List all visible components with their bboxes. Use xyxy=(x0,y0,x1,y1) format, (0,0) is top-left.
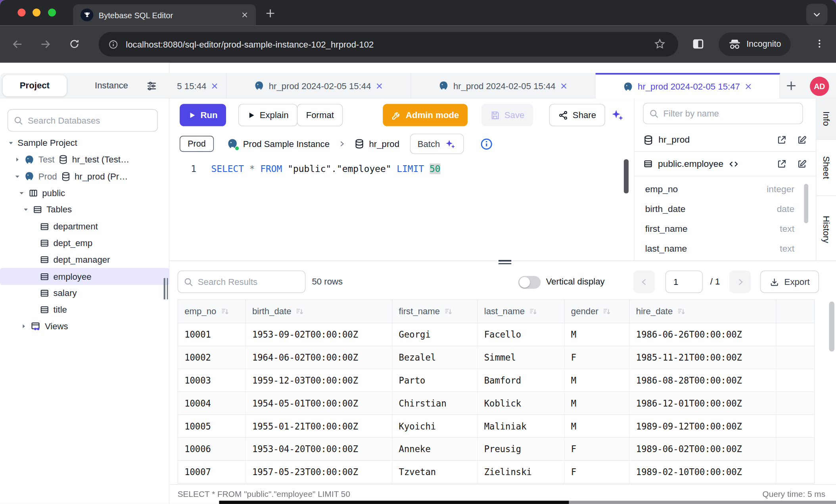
column-header[interactable]: gender xyxy=(565,300,630,323)
tree-item-tables-group[interactable]: Tables xyxy=(0,201,170,218)
table-cell[interactable]: 1986-12-01T00:00:00Z xyxy=(630,392,777,414)
admin-mode-button[interactable]: Admin mode xyxy=(383,104,468,126)
format-button[interactable]: Format xyxy=(297,104,343,126)
export-button[interactable]: Export xyxy=(760,271,819,293)
editor-tab-1[interactable]: 5 15:44 xyxy=(170,73,227,99)
table-cell[interactable]: 1986-08-28T00:00:00Z xyxy=(630,369,777,391)
caret-down-icon[interactable] xyxy=(22,207,29,213)
schema-filter[interactable] xyxy=(643,103,803,124)
tree-item-title[interactable]: title xyxy=(0,302,170,318)
new-editor-tab-button[interactable] xyxy=(785,79,798,92)
table-cell[interactable]: 1953-09-02T00:00:00Z xyxy=(246,323,393,346)
tree-item-salary[interactable]: salary xyxy=(0,285,170,302)
table-cell[interactable]: M xyxy=(565,392,630,414)
instance-breadcrumb[interactable]: Prod Sample Instance xyxy=(226,138,330,150)
window-minimize-button[interactable] xyxy=(33,9,40,17)
table-cell[interactable]: 1957-05-23T00:00:00Z xyxy=(246,461,393,483)
table-cell[interactable]: 1955-01-21T00:00:00Z xyxy=(246,415,393,437)
bookmark-star-icon[interactable] xyxy=(654,38,666,50)
sql-editor[interactable]: 1 SELECT * FROM "public"."employee" LIMI… xyxy=(170,156,634,261)
bottom-scrollbar-thumb[interactable] xyxy=(219,501,569,504)
table-cell[interactable]: 1989-02-10T00:00:00Z xyxy=(630,461,777,483)
table-cell[interactable]: 1986-06-26T00:00:00Z xyxy=(630,323,777,346)
edit-icon[interactable] xyxy=(797,158,807,169)
database-search-input[interactable] xyxy=(28,115,152,126)
column-header[interactable]: last_name xyxy=(478,300,565,323)
table-cell[interactable]: Tzvetan xyxy=(392,461,477,483)
database-breadcrumb[interactable]: hr_prod xyxy=(354,139,399,149)
tab-project[interactable]: Project xyxy=(3,75,67,96)
table-cell[interactable]: 10003 xyxy=(178,369,246,391)
site-info-icon[interactable] xyxy=(108,39,119,50)
schema-table-row[interactable]: public.employee xyxy=(635,152,816,176)
table-cell[interactable]: Chirstian xyxy=(392,392,477,414)
results-search-input[interactable] xyxy=(198,277,300,287)
new-tab-button[interactable] xyxy=(265,8,276,19)
caret-right-icon[interactable] xyxy=(20,324,27,330)
table-cell[interactable]: Parto xyxy=(392,369,477,391)
table-cell[interactable]: 1985-11-21T00:00:00Z xyxy=(630,346,777,368)
column-header[interactable]: birth_date xyxy=(246,300,393,323)
sort-icon[interactable] xyxy=(677,307,686,316)
schema-database-row[interactable]: hr_prod xyxy=(635,128,816,152)
column-row[interactable]: birth_datedate xyxy=(635,199,805,219)
tree-item-views-group[interactable]: Views xyxy=(0,318,170,335)
editor-tab-2[interactable]: hr_prod 2024-02-05 15:44 xyxy=(226,73,411,99)
tree-item-hr-prod[interactable]: Prod hr_prod (Pr… xyxy=(0,168,170,185)
ai-sparkle-icon[interactable] xyxy=(610,108,625,123)
tree-item-public-schema[interactable]: public xyxy=(0,185,170,201)
run-button[interactable]: Run xyxy=(180,104,226,126)
tree-item-sample-project[interactable]: Sample Project xyxy=(0,135,170,151)
external-link-icon[interactable] xyxy=(776,158,787,169)
table-cell[interactable]: 10005 xyxy=(178,415,246,437)
table-cell[interactable]: 10004 xyxy=(178,392,246,414)
vertical-display-toggle[interactable] xyxy=(518,276,541,288)
sort-icon[interactable] xyxy=(602,307,612,316)
results-search[interactable] xyxy=(178,271,306,293)
database-search[interactable] xyxy=(8,109,158,132)
table-cell[interactable]: 10007 xyxy=(178,461,246,483)
scrollbar-thumb[interactable] xyxy=(804,184,808,223)
table-cell[interactable]: F xyxy=(565,346,630,368)
table-cell[interactable]: F xyxy=(565,461,630,483)
window-close-button[interactable] xyxy=(17,9,25,17)
tree-item-employee[interactable]: employee xyxy=(0,268,170,285)
sidebar-resize-handle[interactable] xyxy=(164,278,168,300)
table-cell[interactable]: Georgi xyxy=(392,323,477,346)
column-row[interactable]: last_nametext xyxy=(635,239,805,258)
scrollbar-thumb[interactable] xyxy=(624,159,629,193)
browser-tab[interactable]: Bytebase SQL Editor xyxy=(73,4,256,26)
column-row[interactable]: first_nametext xyxy=(635,219,805,239)
tree-item-hr-test[interactable]: Test hr_test (Test… xyxy=(0,151,170,168)
sort-icon[interactable] xyxy=(220,307,230,316)
batch-mode-button[interactable]: Batch xyxy=(410,134,464,154)
tab-search-button[interactable] xyxy=(806,4,828,25)
side-panel-icon[interactable] xyxy=(692,39,704,49)
close-icon[interactable] xyxy=(744,82,752,90)
table-cell[interactable]: 1964-06-02T00:00:00Z xyxy=(246,346,393,368)
caret-right-icon[interactable] xyxy=(14,157,20,163)
table-cell[interactable]: 10002 xyxy=(178,346,246,368)
table-cell[interactable]: Facello xyxy=(478,323,565,346)
panel-resize-handle[interactable] xyxy=(497,260,513,264)
tree-item-department[interactable]: department xyxy=(0,218,170,235)
column-header[interactable]: emp_no xyxy=(178,300,246,323)
editor-tab-3[interactable]: hr_prod 2024-02-05 15:44 xyxy=(411,73,596,99)
schema-filter-input[interactable] xyxy=(663,109,797,119)
table-cell[interactable]: Kyoichi xyxy=(392,415,477,437)
reload-icon[interactable] xyxy=(69,38,80,50)
back-icon[interactable] xyxy=(12,38,24,50)
column-header[interactable]: first_name xyxy=(392,300,477,323)
scrollbar-thumb[interactable] xyxy=(829,302,834,351)
caret-down-icon[interactable] xyxy=(14,174,20,179)
window-zoom-button[interactable] xyxy=(48,9,56,17)
tab-instance[interactable]: Instance xyxy=(79,75,143,96)
table-cell[interactable]: 10001 xyxy=(178,323,246,346)
table-cell[interactable]: Zielinski xyxy=(478,461,565,483)
table-cell[interactable]: 1989-09-12T00:00:00Z xyxy=(630,415,777,437)
table-cell[interactable]: 1959-12-03T00:00:00Z xyxy=(246,369,393,391)
table-cell[interactable]: 1989-06-02T00:00:00Z xyxy=(630,438,777,460)
forward-icon[interactable] xyxy=(39,38,51,50)
sort-icon[interactable] xyxy=(444,307,453,316)
sort-icon[interactable] xyxy=(528,307,538,316)
